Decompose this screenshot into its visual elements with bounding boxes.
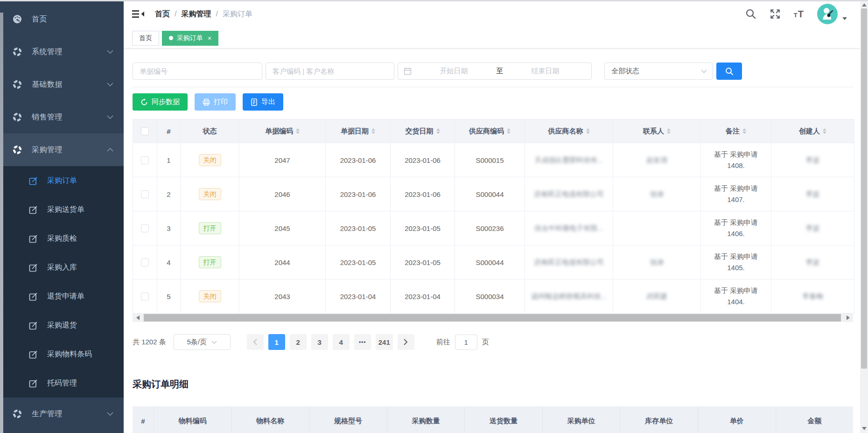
sidebar-item-home[interactable]: 首页: [0, 3, 124, 35]
creator-redacted: 李波: [806, 156, 820, 164]
row-checkbox[interactable]: [141, 258, 149, 266]
sidebar-item-purchase-order[interactable]: 采购订单: [0, 166, 124, 195]
sortable-column[interactable]: 交货日期: [391, 119, 455, 143]
horizontal-scrollbar[interactable]: [133, 314, 853, 322]
fullscreen-icon[interactable]: [770, 8, 781, 20]
sortable-column[interactable]: 备注: [701, 119, 771, 143]
table-row[interactable]: 2 关闭 2046 2023-01-06 2023-01-06 S000044 …: [133, 177, 854, 211]
sidebar-item-purchase-inbound[interactable]: 采购入库: [0, 253, 124, 282]
sync-data-button[interactable]: 同步数据: [133, 93, 188, 111]
page-button-4[interactable]: 4: [333, 334, 350, 350]
sidebar-item-label: 采购退货: [47, 321, 77, 330]
search-icon[interactable]: [745, 8, 756, 20]
table-row[interactable]: 5 关闭 2043 2023-01-04 2023-01-04 S000034 …: [133, 279, 854, 314]
supplier-name-redacted: 佳合中科微电子有限...: [534, 224, 603, 232]
calendar-icon: [404, 67, 412, 75]
page-scrollbar[interactable]: [860, 0, 868, 433]
sidebar-item-basedata[interactable]: 基础数据: [0, 68, 124, 101]
ring-segments-icon: [12, 47, 22, 57]
sortable-column[interactable]: 单据编码: [239, 119, 326, 143]
horizontal-scrollbar-thumb[interactable]: [144, 314, 841, 321]
edit-icon: [29, 350, 38, 359]
end-date-placeholder[interactable]: 结束日期: [505, 67, 586, 76]
date-range-picker[interactable]: 开始日期 至 结束日期: [398, 63, 592, 80]
window-left-edge: [0, 13, 3, 433]
table-row[interactable]: 4 打开 2044 2023-01-05 2023-01-05 S000044 …: [133, 245, 854, 279]
sidebar-item-label: 销售管理: [32, 112, 107, 122]
table-row[interactable]: 3 打开 2045 2023-01-05 2023-01-05 S000236 …: [133, 211, 854, 245]
close-icon[interactable]: ×: [208, 35, 211, 42]
page-size-select[interactable]: 5条/页: [174, 334, 231, 350]
page-button-2[interactable]: 2: [290, 334, 307, 350]
tab-purchase-order[interactable]: 采购订单 ×: [162, 31, 218, 46]
creator-redacted: 李波: [806, 190, 820, 198]
sortable-column[interactable]: 联系人: [613, 119, 701, 143]
chevron-down-icon: [107, 50, 113, 54]
edit-icon: [29, 263, 38, 272]
scroll-left-arrow-icon[interactable]: [133, 314, 142, 322]
sidebar-item-purchase-return[interactable]: 采购退货: [0, 311, 124, 340]
row-checkbox[interactable]: [141, 224, 149, 232]
page-scrollbar-thumb[interactable]: [861, 8, 867, 369]
sidebar-item-system[interactable]: 系统管理: [0, 35, 124, 68]
chevron-down-icon: [107, 83, 113, 86]
sidebar-item-return-request[interactable]: 退货申请单: [0, 282, 124, 311]
sidebar-item-material-barcode[interactable]: 采购物料条码: [0, 340, 124, 369]
sidebar-item-label: 系统管理: [32, 47, 107, 57]
goto-page-input[interactable]: [455, 335, 477, 350]
orders-table: # 状态 单据编码 单据日期 交货日期 供应商编码 供应商名称 联系人 备注 创…: [133, 119, 854, 314]
edit-icon: [29, 234, 38, 243]
status-select[interactable]: 全部状态: [604, 63, 713, 80]
sidebar-item-label: 首页: [32, 14, 113, 24]
contact-redacted: 张涛: [650, 258, 664, 266]
row-checkbox[interactable]: [141, 293, 149, 300]
scroll-right-arrow-icon[interactable]: [844, 314, 852, 322]
sidebar-item-purchase-qc[interactable]: 采购质检: [0, 224, 124, 253]
document-icon: [251, 98, 258, 106]
sortable-column[interactable]: 供应商名称: [525, 119, 613, 143]
more-pages-button[interactable]: •••: [354, 334, 371, 350]
sidebar-item-purchase[interactable]: 采购管理: [0, 133, 124, 166]
user-menu[interactable]: [817, 4, 847, 24]
select-all-checkbox[interactable]: [141, 127, 149, 135]
customer-input[interactable]: [266, 63, 394, 80]
search-button[interactable]: [716, 63, 742, 80]
tab-active-dot-icon: [169, 36, 173, 40]
row-checkbox[interactable]: [141, 156, 149, 164]
collapse-menu-icon[interactable]: [132, 9, 145, 19]
tab-home[interactable]: 首页: [132, 31, 159, 46]
edit-icon: [29, 205, 38, 214]
sidebar-item-production[interactable]: 生产管理: [0, 398, 124, 430]
row-checkbox[interactable]: [141, 190, 149, 198]
tags-view-bar: 首页 采购订单 ×: [124, 28, 860, 49]
breadcrumb-home[interactable]: 首页: [155, 9, 170, 19]
sort-icon: [667, 128, 671, 134]
page-button-1[interactable]: 1: [268, 334, 285, 350]
sidebar-item-label: 退货申请单: [47, 292, 84, 301]
sidebar-item-purchase-delivery[interactable]: 采购送货单: [0, 195, 124, 224]
next-page-button[interactable]: [398, 334, 414, 350]
chevron-down-icon: [107, 412, 113, 416]
page-button-3[interactable]: 3: [311, 334, 328, 350]
start-date-placeholder[interactable]: 开始日期: [413, 67, 494, 76]
sortable-column[interactable]: 创建人: [771, 119, 854, 143]
order-detail-table-header: # 物料编码 物料名称 规格型号 采购数量 送货数量 采购单位 库存单位 单价 …: [133, 406, 853, 433]
sidebar-item-sales[interactable]: 销售管理: [0, 101, 124, 133]
sidebar-item-pallet-code[interactable]: 托码管理: [0, 369, 124, 398]
supplier-name-redacted: 济南双正电缆有限公司: [534, 190, 604, 198]
export-button[interactable]: 导出: [243, 93, 283, 111]
page-content: 开始日期 至 结束日期 全部状态: [124, 49, 860, 433]
breadcrumb-purchase[interactable]: 采购管理: [181, 9, 211, 19]
scroll-up-arrow-icon[interactable]: [860, 1, 868, 8]
doc-no-input[interactable]: [133, 63, 262, 80]
prev-page-button[interactable]: [247, 334, 264, 350]
sortable-column[interactable]: 供应商编码: [455, 119, 525, 143]
scroll-down-arrow-icon[interactable]: [860, 425, 868, 432]
edit-icon: [29, 176, 38, 185]
sortable-column[interactable]: 单据日期: [326, 119, 391, 143]
table-row[interactable]: 1 关闭 2047 2023-01-06 2023-01-06 S000015 …: [133, 143, 854, 177]
print-button[interactable]: 打印: [195, 93, 236, 111]
font-size-icon[interactable]: TT: [794, 9, 804, 20]
page-button-last[interactable]: 241: [376, 334, 393, 350]
avatar[interactable]: [817, 4, 838, 24]
